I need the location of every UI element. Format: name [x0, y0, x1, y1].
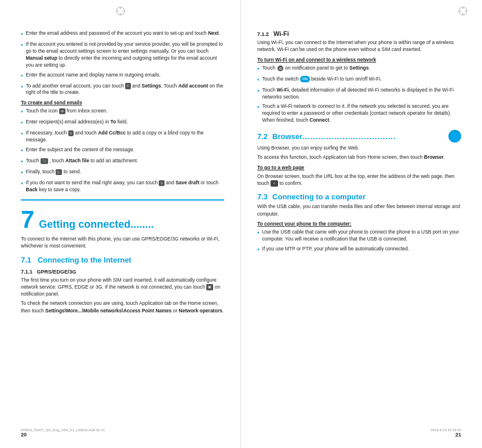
- bullet-dot: •: [21, 72, 23, 80]
- cs-text-3: If necessary, touch ≡ and touch Add Cc/B…: [26, 130, 224, 144]
- cs-item-7: • If you do not want to send the mail ri…: [21, 180, 224, 194]
- browser-subsection: To go to a web page: [257, 165, 461, 170]
- bullet-item-4: • To add another email account, you can …: [21, 83, 224, 97]
- section-72-para2: On Browser screen, touch the URL box at …: [257, 173, 461, 187]
- crosshair-right: [458, 6, 468, 16]
- section-711-heading: 7.1.1 GPRS/EDGE/3G: [21, 269, 224, 275]
- bullet-item-2: • If the account you entered is not prov…: [21, 41, 224, 69]
- wifi-text-2: Touch the switch ON beside Wi-Fi to turn…: [262, 76, 461, 84]
- wifi-text-3: Touch Wi-Fi, detailed information of all…: [262, 87, 461, 101]
- section-72-para1: To access this function, touch Applicati…: [257, 154, 461, 161]
- section-72-header: 7.2 Browser ............................…: [257, 130, 461, 143]
- bullet-dot: •: [257, 246, 260, 254]
- section-72-dots: ...................................: [302, 132, 448, 141]
- chapter-number: 7: [21, 207, 34, 232]
- section-73-title: Connecting to a computer: [272, 192, 366, 201]
- compose-icon: ✉: [59, 108, 65, 114]
- wifi-item-1: • Touch ⚙ on notification panel to get t…: [257, 65, 461, 73]
- bullet-item-1: • Enter the email address and password o…: [21, 30, 224, 38]
- wifi-item-4: • Touch a Wi-Fi network to connect to it…: [257, 103, 461, 124]
- usb-text-1: Use the USB cable that came with your ph…: [262, 229, 461, 243]
- section-712-title: Wi-Fi: [273, 30, 289, 37]
- left-page: • Enter the email address and password o…: [0, 0, 241, 448]
- section-create-send: To create and send emails: [21, 100, 224, 105]
- wifi-text-1: Touch ⚙ on notification panel to get to …: [262, 65, 461, 73]
- section-73-intro: With the USB cable, you can transfer med…: [257, 203, 461, 217]
- bullet-dot: •: [21, 83, 23, 97]
- chapter-heading: 7 Getting connected........: [21, 207, 224, 232]
- page-num-right: 21: [455, 432, 461, 438]
- cs-text-6: Finally, touch ▷ to send.: [26, 169, 224, 177]
- confirm-btn-icon: ✓: [271, 180, 278, 187]
- svg-text:⚙: ⚙: [279, 67, 282, 71]
- wifi-subsection: To turn Wi-Fi on and connect to a wirele…: [257, 57, 461, 63]
- section-73-header: 7.3 Connecting to a computer: [257, 192, 461, 201]
- cs-item-2: • Enter recipient(s) email address(es) i…: [21, 119, 224, 127]
- section-72-num: 7.2: [257, 132, 268, 141]
- section-711-title: GPRS/EDGE/3G: [37, 269, 76, 275]
- usb-subsection: To connect your phone to the computer:: [257, 221, 461, 227]
- bullet-dot: •: [21, 108, 23, 116]
- bullet-text-2: If the account you entered is not provid…: [26, 41, 224, 69]
- usb-item-2: • If you use MTP or PTP, your phone will…: [257, 246, 461, 254]
- bullet-text-4: To add another email account, you can to…: [26, 83, 224, 97]
- attach-icon: 📎: [41, 158, 48, 164]
- section-72-intro: Using Browser, you can enjoy surfing the…: [257, 144, 461, 151]
- menu-icon-3: ≡: [159, 180, 165, 186]
- wifi-item-2: • Touch the switch ON beside Wi-Fi to tu…: [257, 76, 461, 84]
- cs-item-4: • Enter the subject and the content of t…: [21, 147, 224, 155]
- section-711-num: 7.1.1: [21, 269, 32, 275]
- browser-globe-icon: 🌐: [448, 130, 461, 143]
- bullet-dot: •: [257, 229, 260, 243]
- cs-text-1: Touch the icon ✉ from Inbox screen.: [26, 108, 224, 116]
- wifi-text-4: Touch a Wi-Fi network to connect to it. …: [262, 103, 461, 124]
- section-712-intro: Using Wi-Fi, you can connect to the Inte…: [257, 39, 461, 53]
- bullet-dot: •: [21, 30, 23, 38]
- bullet-dot: •: [21, 169, 23, 177]
- bullet-text-3: Enter the account name and display name …: [26, 72, 224, 80]
- footer-right: 2013-8-23 15:18:30: [431, 428, 461, 432]
- section-711-para1: The first time you turn on your phone wi…: [21, 276, 224, 298]
- network-icon: ▣: [206, 284, 213, 290]
- bullet-dot: •: [21, 147, 23, 155]
- bullet-item-3: • Enter the account name and display nam…: [21, 72, 224, 80]
- section-712-header: 7.1.2 Wi-Fi: [257, 30, 461, 37]
- bullet-dot: •: [257, 103, 260, 124]
- bullet-dot: •: [257, 87, 260, 101]
- wifi-item-3: • Touch Wi-Fi, detailed information of a…: [257, 87, 461, 101]
- chapter-title: Getting connected........: [39, 218, 154, 231]
- section-71-heading: 7.1 Connecting to the Internet: [21, 256, 224, 264]
- bullet-dot: •: [21, 41, 23, 69]
- usb-item-1: • Use the USB cable that came with your …: [257, 229, 461, 243]
- chapter-divider: [21, 199, 224, 201]
- menu-icon-2: ≡: [68, 130, 74, 136]
- menu-icon: ≡: [125, 83, 131, 89]
- switch-on-icon: ON: [300, 76, 310, 82]
- section-72-title: Browser: [272, 132, 302, 141]
- bullet-text-1: Enter the email address and password of …: [26, 30, 224, 38]
- right-page: 7.1.2 Wi-Fi Using Wi-Fi, you can connect…: [241, 0, 482, 448]
- cs-item-3: • If necessary, touch ≡ and touch Add Cc…: [21, 130, 224, 144]
- section-73-num: 7.3: [257, 192, 268, 201]
- footer-left: IP4533_5020T_QG_Eng_USA_01_130823.indd 2…: [21, 428, 105, 432]
- bullet-dot: •: [257, 76, 260, 84]
- crosshair-left: [115, 6, 126, 16]
- usb-text-2: If you use MTP or PTP, your phone will b…: [262, 246, 461, 254]
- bullet-dot: •: [21, 119, 23, 127]
- bullet-dot: •: [21, 130, 23, 144]
- cs-item-5: • Touch 📎 , touch Attach file to add an …: [21, 158, 224, 166]
- cs-item-6: • Finally, touch ▷ to send.: [21, 169, 224, 177]
- section-712-num: 7.1.2: [257, 31, 269, 37]
- section-71-num: 7.1: [21, 256, 31, 264]
- bullet-dot: •: [21, 158, 23, 166]
- section-71-title: Connecting to the Internet: [38, 256, 132, 264]
- chapter-intro: To connect to the Internet with this pho…: [21, 235, 224, 250]
- bullet-dot: •: [257, 65, 260, 73]
- left-content: • Enter the email address and password o…: [21, 30, 224, 314]
- page-num-left: 20: [21, 432, 27, 438]
- right-content: 7.1.2 Wi-Fi Using Wi-Fi, you can connect…: [257, 30, 461, 254]
- cs-text-2: Enter recipient(s) email address(es) in …: [26, 119, 224, 127]
- cs-text-4: Enter the subject and the content of the…: [26, 147, 224, 155]
- cs-text-7: If you do not want to send the mail righ…: [26, 180, 224, 194]
- cs-item-1: • Touch the icon ✉ from Inbox screen.: [21, 108, 224, 116]
